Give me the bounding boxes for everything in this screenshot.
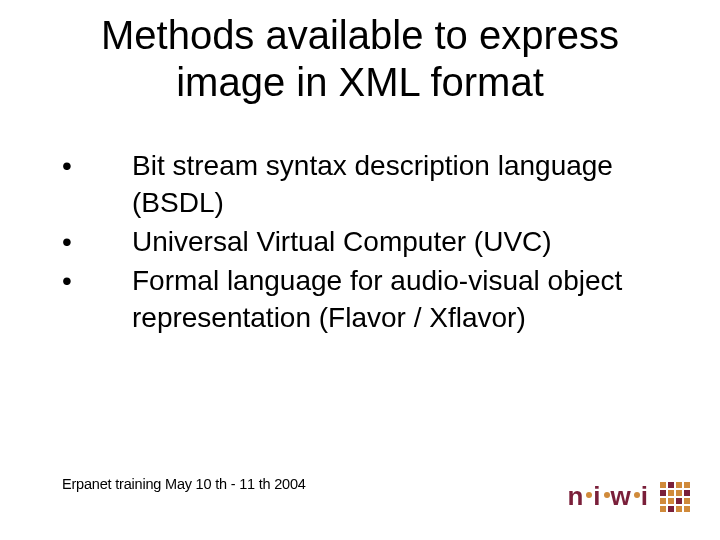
- footer-text: Erpanet training May 10 th - 11 th 2004: [62, 476, 306, 492]
- logo-dot-icon: [604, 492, 610, 498]
- bullet-icon: •: [58, 263, 132, 300]
- slide-body: • Bit stream syntax description language…: [58, 148, 670, 339]
- slide-title: Methods available to express image in XM…: [0, 12, 720, 106]
- bullet-text: Universal Virtual Computer (UVC): [132, 224, 670, 261]
- logo-dot-icon: [634, 492, 640, 498]
- list-item: • Universal Virtual Computer (UVC): [58, 224, 670, 261]
- bullet-icon: •: [58, 148, 132, 185]
- bullet-icon: •: [58, 224, 132, 261]
- logo: niwi: [567, 481, 690, 512]
- logo-dot-icon: [586, 492, 592, 498]
- title-line-2: image in XML format: [0, 59, 720, 106]
- list-item: • Formal language for audio-visual objec…: [58, 263, 670, 337]
- logo-mark-icon: [660, 482, 690, 512]
- title-line-1: Methods available to express: [0, 12, 720, 59]
- bullet-text: Formal language for audio-visual object …: [132, 263, 670, 337]
- bullet-text: Bit stream syntax description language (…: [132, 148, 670, 222]
- logo-wordmark: niwi: [567, 481, 650, 512]
- slide: Methods available to express image in XM…: [0, 0, 720, 540]
- list-item: • Bit stream syntax description language…: [58, 148, 670, 222]
